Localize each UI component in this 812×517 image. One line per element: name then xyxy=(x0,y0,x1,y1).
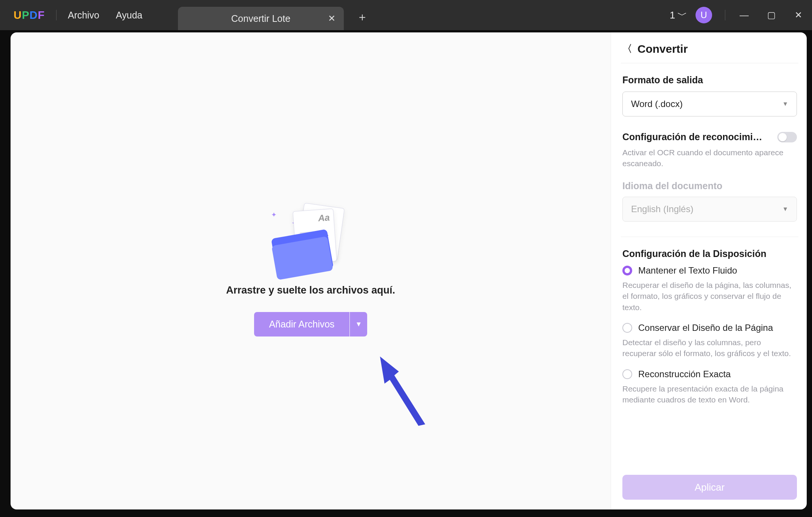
convert-panel: 〈 Convertir Formato de salida Word (.doc… xyxy=(611,32,807,509)
add-files-menu-button[interactable]: ▼ xyxy=(350,312,367,337)
chevron-down-icon: ▼ xyxy=(782,101,788,107)
apply-button[interactable]: Aplicar xyxy=(622,475,797,500)
menu-help[interactable]: Ayuda xyxy=(116,10,142,21)
output-format-label: Formato de salida xyxy=(622,75,797,86)
radio-description: Recuperar el diseño de la página, las co… xyxy=(622,280,797,313)
radio-icon xyxy=(622,369,632,379)
open-count: 1 xyxy=(670,9,675,21)
layout-title: Configuración de la Disposición xyxy=(622,248,797,259)
layout-block: Configuración de la Disposición Mantener… xyxy=(622,248,797,415)
tab-batch-convert[interactable]: Convertir Lote ✕ xyxy=(178,7,344,30)
radio-label: Mantener el Texto Fluido xyxy=(638,265,737,276)
folder-illustration-icon: ✦✦ ➤ xyxy=(271,205,350,273)
panel-footer: Aplicar xyxy=(622,467,797,500)
drop-zone[interactable]: ✦✦ ➤ Arrastre y suelte los archivos aquí… xyxy=(11,32,611,509)
window-controls: 1 ﹀ U — ▢ ✕ xyxy=(667,0,812,30)
back-icon[interactable]: 〈 xyxy=(622,42,632,55)
language-value: English (Inglés) xyxy=(631,204,693,214)
radio-description: Detectar el diseño y las columnas, pero … xyxy=(622,337,797,359)
layout-option-preserve[interactable]: Conservar el Diseño de la Página xyxy=(622,323,797,333)
add-files-split-button: Añadir Archivos ▼ xyxy=(254,312,368,337)
output-format-select[interactable]: Word (.docx) ▼ xyxy=(622,92,797,116)
logo-letter: P xyxy=(22,9,29,21)
chevron-down-icon: ﹀ xyxy=(677,9,687,22)
chevron-down-icon: ▼ xyxy=(782,206,788,213)
tab-title: Convertir Lote xyxy=(231,13,290,24)
maximize-button[interactable]: ▢ xyxy=(758,0,785,30)
app-logo: U P D F xyxy=(14,9,45,21)
output-format-value: Word (.docx) xyxy=(631,99,683,109)
ocr-row: Configuración de reconocimient… xyxy=(622,132,797,142)
radio-label: Reconstrucción Exacta xyxy=(638,369,731,379)
layout-option-exact[interactable]: Reconstrucción Exacta xyxy=(622,369,797,379)
language-label: Idioma del documento xyxy=(622,180,797,191)
panel-header: 〈 Convertir xyxy=(622,42,797,63)
layout-option-flowing[interactable]: Mantener el Texto Fluido xyxy=(622,265,797,276)
menu-file[interactable]: Archivo xyxy=(68,10,99,21)
language-select: English (Inglés) ▼ xyxy=(622,197,797,222)
divider xyxy=(621,63,798,63)
ocr-description: Activar el OCR cuando el documento apare… xyxy=(622,147,797,169)
app-window: U P D F Archivo Ayuda Convertir Lote ✕ ＋… xyxy=(0,0,812,517)
divider xyxy=(725,10,725,20)
new-tab-button[interactable]: ＋ xyxy=(357,9,368,25)
radio-icon xyxy=(622,266,632,275)
logo-letter: F xyxy=(38,9,45,21)
body: ✦✦ ➤ Arrastre y suelte los archivos aquí… xyxy=(0,30,812,517)
ocr-toggle[interactable] xyxy=(777,132,797,142)
svg-marker-0 xyxy=(380,356,425,426)
ocr-title: Configuración de reconocimient… xyxy=(622,132,766,142)
close-button[interactable]: ✕ xyxy=(785,0,812,30)
radio-description: Recupere la presentación exacta de la pá… xyxy=(622,383,797,405)
divider xyxy=(621,237,798,237)
minimize-button[interactable]: — xyxy=(731,0,758,30)
add-files-button[interactable]: Añadir Archivos xyxy=(254,312,350,337)
ocr-block: Configuración de reconocimient… Activar … xyxy=(622,132,797,222)
annotation-arrow-icon xyxy=(376,353,437,430)
divider xyxy=(56,10,57,20)
radio-icon xyxy=(622,323,632,333)
close-icon[interactable]: ✕ xyxy=(328,13,336,24)
logo-letter: D xyxy=(29,9,38,21)
open-count-dropdown[interactable]: 1 ﹀ xyxy=(667,9,690,22)
drop-area: ✦✦ ➤ Arrastre y suelte los archivos aquí… xyxy=(226,205,395,337)
output-format-block: Formato de salida Word (.docx) ▼ xyxy=(622,75,797,116)
logo-letter: U xyxy=(14,9,22,21)
titlebar: U P D F Archivo Ayuda Convertir Lote ✕ ＋… xyxy=(0,0,812,30)
avatar[interactable]: U xyxy=(696,7,712,23)
panel-title: Convertir xyxy=(637,43,688,55)
radio-label: Conservar el Diseño de la Página xyxy=(638,323,773,333)
drop-instruction: Arrastre y suelte los archivos aquí. xyxy=(226,285,395,296)
